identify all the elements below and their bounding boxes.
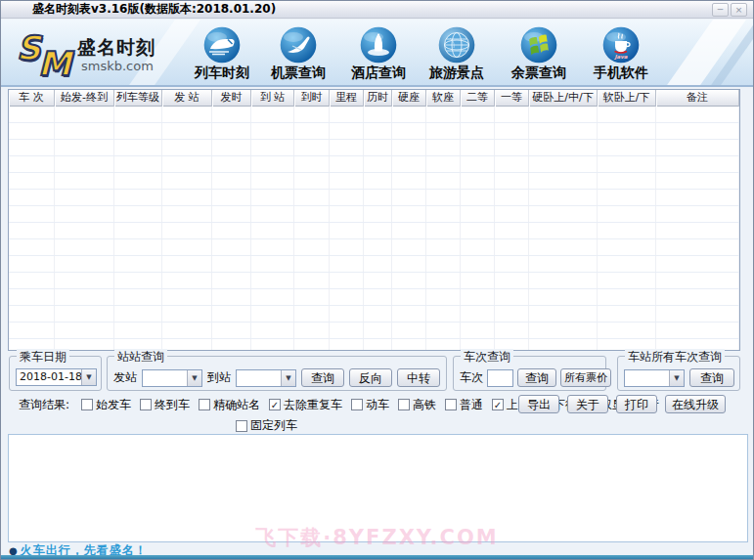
station-query-button[interactable]: 查询: [301, 368, 344, 387]
filter-checkbox-origin-train[interactable]: 始发车: [81, 397, 131, 413]
filter-checkbox-regular[interactable]: 普通: [445, 397, 483, 413]
column-header[interactable]: 备注: [656, 90, 739, 107]
table-cell: [294, 206, 330, 222]
minimize-button[interactable]: ─: [712, 3, 729, 17]
fixed-train-checkbox[interactable]: 固定列车: [236, 417, 297, 434]
column-header[interactable]: 硬卧上/中/下: [529, 90, 598, 107]
window-title: 盛名时刻表v3.16版(数据版本:2018.01.20): [32, 1, 276, 18]
table-cell: [529, 273, 598, 288]
status-bullet-icon: ●: [9, 545, 18, 556]
station-all-query-button[interactable]: 查询: [689, 368, 734, 387]
checkbox-box[interactable]: [236, 420, 247, 432]
table-cell: [212, 256, 251, 272]
checkbox-box[interactable]: [199, 399, 210, 410]
column-header[interactable]: 到 站: [251, 90, 294, 107]
logo-letter-s: S: [17, 31, 41, 65]
checkbox-box[interactable]: [445, 399, 457, 410]
table-cell: [461, 190, 495, 205]
table-cell: [162, 256, 212, 272]
table-cell: [364, 323, 392, 338]
table-cell: [55, 256, 114, 272]
toolbar-item-mobile-apps[interactable]: Java 手机软件: [583, 26, 659, 85]
table-cell: [598, 173, 656, 189]
fixed-train-row: 固定列车: [236, 417, 297, 433]
column-header[interactable]: 软座: [426, 90, 461, 107]
date-group: 乘车日期 2018-01-18 ▼: [9, 356, 102, 391]
chevron-down-icon[interactable]: ▼: [81, 369, 96, 385]
toolbar-item-hotel-query[interactable]: 酒店查询: [340, 26, 417, 85]
table-body[interactable]: [9, 107, 739, 351]
table-cell: [656, 206, 739, 222]
column-header[interactable]: 里程: [330, 90, 364, 107]
table-cell: [212, 173, 251, 189]
filter-checkbox-exact-station-name[interactable]: 精确站名: [199, 397, 260, 413]
column-header[interactable]: 列车等级: [114, 90, 162, 107]
filter-checkbox-d-train[interactable]: 动车: [351, 397, 389, 413]
toolbar-item-ticket-availability[interactable]: 余票查询: [501, 26, 577, 85]
checkbox-box[interactable]: ✓: [269, 399, 281, 410]
table-cell: [55, 156, 114, 172]
column-header[interactable]: 硬座: [392, 90, 426, 107]
column-header[interactable]: 软卧上/下: [598, 90, 656, 107]
toolbar-label: 余票查询: [501, 65, 577, 82]
column-header[interactable]: 始发-终到: [55, 90, 114, 107]
window-controls: ─ ×: [712, 3, 747, 17]
checkbox-box[interactable]: [140, 399, 152, 410]
transfer-button[interactable]: 中转: [397, 368, 440, 387]
table-cell: [212, 190, 251, 205]
column-header[interactable]: 历时: [364, 90, 392, 107]
table-cell: [162, 190, 212, 205]
toolbar-item-train-times[interactable]: 列车时刻: [184, 26, 260, 85]
table-cell: [294, 156, 330, 172]
title-bar[interactable]: 盛名时刻表v3.16版(数据版本:2018.01.20) ─ ×: [1, 1, 753, 19]
reverse-button[interactable]: 反向: [349, 368, 392, 387]
about-button[interactable]: 关于: [567, 395, 608, 413]
all-fares-button[interactable]: 所有票价: [560, 368, 611, 387]
table-cell: [426, 339, 461, 351]
train-query-button[interactable]: 查询: [517, 368, 556, 387]
from-station-select[interactable]: ▼: [142, 369, 202, 387]
table-cell: [294, 289, 330, 305]
train-number-input[interactable]: [487, 369, 513, 387]
table-cell: [598, 306, 656, 322]
online-update-button[interactable]: 在线升级: [665, 395, 726, 413]
table-cell: [529, 256, 598, 272]
checkbox-box[interactable]: [81, 399, 93, 410]
column-header[interactable]: 发时: [212, 90, 251, 107]
checkbox-box[interactable]: ✓: [492, 399, 504, 410]
column-header[interactable]: 车 次: [9, 90, 55, 107]
print-button[interactable]: 打印: [616, 395, 657, 413]
close-button[interactable]: ×: [731, 3, 747, 17]
chevron-down-icon[interactable]: ▼: [669, 370, 684, 386]
table-cell: [251, 239, 294, 255]
column-header[interactable]: 到时: [294, 90, 330, 107]
table-cell: [426, 190, 461, 205]
table-cell: [461, 206, 495, 222]
column-header[interactable]: 发 站: [162, 90, 212, 107]
column-header[interactable]: 一等: [495, 90, 529, 107]
filter-checkbox-terminal-train[interactable]: 终到车: [140, 397, 190, 413]
table-cell: [9, 273, 55, 288]
to-station-select[interactable]: ▼: [236, 369, 296, 387]
table-cell: [55, 323, 114, 338]
station-all-trains-group: 车站所有车次查询 ▼ 查询: [617, 356, 740, 391]
station-all-select[interactable]: ▼: [624, 369, 685, 387]
table-cell: [656, 140, 739, 155]
export-button[interactable]: 导出: [518, 395, 559, 413]
table-cell: [212, 107, 251, 122]
checkbox-box[interactable]: [351, 399, 363, 410]
column-header[interactable]: 二等: [461, 90, 495, 107]
table-cell: [495, 223, 529, 238]
chevron-down-icon[interactable]: ▼: [281, 370, 295, 386]
filter-checkbox-high-speed[interactable]: 高铁: [398, 397, 436, 413]
chevron-down-icon[interactable]: ▼: [187, 370, 201, 386]
toolbar-item-flight-query[interactable]: 机票查询: [260, 26, 336, 85]
filter-checkbox-remove-duplicates[interactable]: ✓去除重复车: [269, 397, 342, 413]
table-cell: [9, 173, 55, 189]
table-cell: [392, 256, 426, 272]
checkbox-box[interactable]: [398, 399, 410, 410]
table-cell: [426, 140, 461, 155]
date-select[interactable]: 2018-01-18 ▼: [16, 368, 97, 386]
checkbox-label: 终到车: [155, 397, 190, 413]
toolbar-item-tourist-spots[interactable]: 旅游景点: [419, 26, 495, 85]
